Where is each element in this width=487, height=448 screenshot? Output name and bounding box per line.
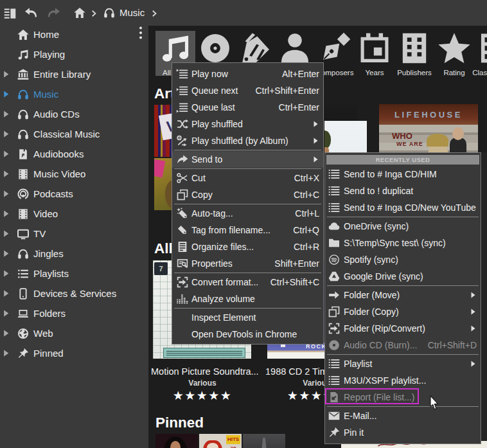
sidebar-item-pinned[interactable]: Pinned (0, 343, 148, 363)
menu-item-onedrive-sync[interactable]: OneDrive (sync) (325, 218, 481, 235)
menu-item-playlist[interactable]: Playlist (325, 355, 481, 372)
menu-item-label: Convert format... (191, 277, 258, 287)
star-icon (436, 33, 472, 65)
menu-item-open-devtools-in-chrome[interactable]: Open DevTools in Chrome (172, 326, 323, 343)
expand-arrow-icon[interactable] (3, 51, 9, 58)
menu-item-convert-format[interactable]: Convert format... Ctrl+Shift+C (172, 274, 323, 291)
sidebar-item-video[interactable]: Video (0, 204, 148, 224)
expand-arrow-icon[interactable] (3, 170, 9, 177)
sidebar-item-jingles[interactable]: Jingles (0, 244, 148, 264)
expand-arrow-icon[interactable] (3, 250, 9, 257)
menu-item-play-now[interactable]: Play now Alt+Enter (172, 66, 323, 82)
menu-item-google-drive-sync[interactable]: Google Drive (sync) (325, 268, 481, 285)
sidebar-item-devices-services[interactable]: Devices & Services (0, 283, 148, 303)
menu-item-queue-last[interactable]: Queue last Ctrl+Enter (172, 99, 323, 116)
expand-arrow-icon[interactable] (3, 111, 9, 118)
pinned-cover[interactable] (155, 434, 198, 448)
tab-publishers[interactable]: Publishers (394, 31, 434, 76)
menu-item-pin-it[interactable]: Pin it (325, 424, 481, 441)
calendar-icon (357, 33, 393, 65)
tab-rating[interactable]: Rating (434, 31, 474, 76)
toggle-icon[interactable] (3, 6, 17, 19)
menu-item-send-to-inga-cd-new-youtube[interactable]: Send to # Inga CD/New YouTube (325, 199, 481, 216)
menu-item-copy[interactable]: Copy Ctrl+C (172, 186, 323, 203)
menu-item-inspect-element[interactable]: Inspect Element (172, 309, 323, 326)
sidebar-item-entire-library[interactable]: Entire Library (0, 64, 148, 84)
sidebar-item-playlists[interactable]: Playlists (0, 264, 148, 283)
sidebar-item-podcasts[interactable]: Podcasts (0, 184, 148, 204)
menu-item-organize-files[interactable]: Organize files... Ctrl+R (172, 238, 323, 255)
sidebar-item-audiobooks[interactable]: Audiobooks (0, 144, 148, 164)
expand-arrow-icon[interactable] (3, 230, 9, 237)
menu-item-m3u-xspf-playlist[interactable]: M3U/XSPF playlist... (325, 372, 481, 389)
menu-item-s-temp-sync-test-sync[interactable]: S:\Temp\Sync test\ (sync) (325, 235, 481, 251)
home-icon[interactable] (73, 6, 86, 19)
menu-item-play-shuffled-by-album[interactable]: Play shuffled (by Album) (172, 132, 323, 149)
menu-item-audio-cd-burn[interactable]: Audio CD (Burn)... Ctrl+Shift+D (325, 337, 481, 354)
menu-separator (174, 273, 321, 273)
menu-item-tag-from-filename[interactable]: Tag from filename... Ctrl+Q (172, 222, 323, 238)
tab-label: Rating (443, 69, 465, 76)
sidebar-item-web[interactable]: Web (0, 323, 148, 343)
menu-item-send-to-inga-cd-him[interactable]: Send to # Inga CD/HIM (325, 166, 481, 183)
sidebar-item-classical-music[interactable]: Classical Music (0, 124, 148, 144)
tab-classification[interactable]: Classification (474, 31, 487, 76)
sidebar-item-label: Entire Library (33, 69, 91, 80)
sidebar-item-audio-cds[interactable]: Audio CDs (0, 104, 148, 124)
expand-arrow-icon[interactable] (3, 270, 9, 277)
menu-item-spotify-sync[interactable]: Spotify (sync) (325, 251, 481, 268)
monitor-icon (17, 307, 30, 320)
menu-item-report-file-list[interactable]: Report (File list...) (325, 389, 481, 406)
expand-arrow-icon[interactable] (3, 210, 9, 217)
expand-arrow-icon[interactable] (3, 290, 9, 297)
sidebar-item-label: Pinned (33, 348, 64, 359)
expand-arrow-icon[interactable] (3, 71, 9, 78)
cover-badge: HITS 28 (226, 435, 240, 444)
menu-item-play-shuffled[interactable]: Play shuffled (172, 116, 323, 132)
sidebar-item-music[interactable]: Music (0, 84, 148, 104)
pen-icon (317, 33, 353, 65)
menu-item-folder-copy[interactable]: Folder (Copy) (325, 303, 481, 320)
menu-item-folder-move[interactable]: Folder (Move) (325, 287, 481, 303)
expand-arrow-icon[interactable] (3, 31, 9, 38)
redo-icon[interactable] (47, 7, 61, 19)
expand-arrow-icon[interactable] (3, 91, 9, 98)
playlist-icon (328, 357, 341, 370)
sidebar-item-home[interactable]: Home (0, 24, 148, 44)
expand-arrow-icon[interactable] (3, 190, 9, 197)
menu-item-properties[interactable]: Properties Shift+Enter (172, 255, 323, 272)
arrow-right-icon (328, 289, 341, 301)
album-artist[interactable]: Various (151, 379, 254, 388)
sidebar-item-tv[interactable]: TV (0, 224, 148, 244)
breadcrumb-music-icon[interactable] (103, 6, 116, 19)
menu-item-auto-tag[interactable]: Auto-tag... Ctrl+L (172, 205, 323, 222)
sidebar-item-playing[interactable]: Playing (0, 44, 148, 64)
sidebar-item-music-video[interactable]: Music Video (0, 164, 148, 184)
menu-item-label: Organize files... (191, 242, 254, 252)
menu-item-cut[interactable]: Cut Ctrl+X (172, 170, 323, 186)
pinned-cover[interactable] (243, 434, 285, 448)
expand-arrow-icon[interactable] (3, 130, 9, 138)
menu-item-folder-rip-convert[interactable]: Folder (Rip/Convert) (325, 320, 481, 337)
breadcrumb-chevron-icon[interactable] (150, 8, 158, 17)
breadcrumb-music-label[interactable]: Music (120, 7, 145, 18)
disc-small-icon (328, 339, 341, 352)
expand-arrow-icon[interactable] (3, 330, 9, 337)
pinned-cover[interactable]: HITS 28 (199, 434, 242, 448)
undo-icon[interactable] (24, 7, 38, 19)
album-title[interactable]: Motion Picture Soundtra... (151, 366, 254, 377)
menu-item-analyze-volume[interactable]: Analyze volume (172, 291, 323, 307)
album-rating-stars[interactable]: ★★★★★ (151, 390, 254, 402)
expand-arrow-icon[interactable] (3, 150, 9, 157)
tab-years[interactable]: Years (355, 31, 394, 76)
menu-item-send-to-duplicat[interactable]: Send to ! duplicat (325, 183, 481, 199)
expand-arrow-icon[interactable] (3, 350, 9, 357)
menu-item-queue-next[interactable]: Queue next Ctrl+Shift+Enter (172, 82, 323, 99)
playlist-icon (328, 201, 341, 214)
sidebar-item-folders[interactable]: Folders (0, 303, 148, 323)
expand-arrow-icon[interactable] (3, 310, 9, 317)
menu-item-label: Folder (Copy) (344, 307, 399, 317)
menu-item-label: Play shuffled (by Album) (191, 136, 288, 146)
menu-item-send-to[interactable]: Send to (172, 151, 323, 168)
menu-item-e-mail[interactable]: E-Mail... (325, 408, 481, 424)
